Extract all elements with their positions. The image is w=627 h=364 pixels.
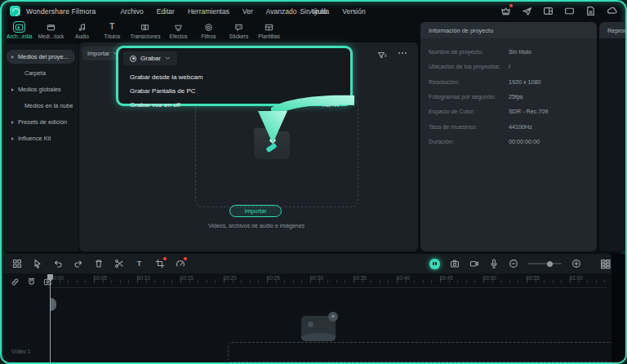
info-value: 25fps xyxy=(509,93,589,100)
snap-magnet-icon[interactable] xyxy=(26,277,37,287)
cloud-sync-icon[interactable] xyxy=(607,6,617,16)
sidebar-item-influence-kit[interactable]: Influence Kit xyxy=(7,131,75,145)
sidebar-item-presets-de-edicion[interactable]: Presets de edición xyxy=(7,115,75,129)
split-scissors-icon[interactable] xyxy=(113,259,124,269)
project-info-rows: Nombre de proyecto: Sin título Ubicación… xyxy=(420,38,597,156)
info-value: 1920 x 1080 xyxy=(509,78,589,86)
tab-efectos[interactable]: Efectos xyxy=(167,21,191,39)
notification-dot xyxy=(509,4,513,7)
menu-avanzado[interactable]: Avanzado xyxy=(266,7,297,16)
snapshot-camera-icon[interactable] xyxy=(449,259,460,269)
delete-trash-icon[interactable] xyxy=(93,259,104,269)
track-header-handle[interactable] xyxy=(51,298,56,311)
tab-filtros[interactable]: Filtros xyxy=(197,21,221,39)
select-cursor-icon[interactable] xyxy=(32,259,42,269)
chevron-down-icon xyxy=(165,55,171,61)
sidebar-item-carpeta[interactable]: Carpeta xyxy=(7,66,75,80)
auto-ripple-link-icon[interactable] xyxy=(10,277,20,287)
track-label: Vídeo 1 xyxy=(11,348,30,354)
ai-assistant-icon[interactable] xyxy=(429,259,440,269)
sticker-face-icon xyxy=(233,21,245,33)
media-panel: Importar Importar Videos, archivos de au… xyxy=(79,42,418,251)
ruler-tick: 00:20 xyxy=(224,275,237,281)
timeline-right-gutter xyxy=(611,254,627,364)
zoom-in-icon[interactable] xyxy=(571,259,581,269)
titlebar: Wondershare Filmora Archivo Editar Herra… xyxy=(2,2,625,20)
display-icon[interactable] xyxy=(564,6,575,16)
menu-archivo[interactable]: Archivo xyxy=(120,7,143,16)
project-info-panel: Información de proyecto Nombre de proyec… xyxy=(420,22,597,251)
menu-item-grabar-voz[interactable]: Grabar voz en off Alt+R xyxy=(118,98,350,111)
menu-ayuda[interactable]: Ayuda xyxy=(309,7,329,16)
ruler-tick: 00:50 xyxy=(483,275,496,281)
ruler-tick: 00:25 xyxy=(267,275,280,281)
playhead-line[interactable] xyxy=(50,275,51,364)
ruler-tick: 00:30 xyxy=(310,275,323,281)
share-plane-icon[interactable] xyxy=(522,6,532,16)
tab-audio[interactable]: Audio xyxy=(69,21,94,39)
tab-plantillas[interactable]: Plantillas xyxy=(257,21,282,39)
ruler-tick: 00:10 xyxy=(137,275,150,281)
redo-icon[interactable] xyxy=(73,259,83,269)
menu-item-grabar-pantalla[interactable]: Grabar Pantalla de PC xyxy=(118,84,350,97)
filter-funnel-icon[interactable] xyxy=(377,49,387,64)
layout-icon[interactable] xyxy=(543,6,554,16)
menubar: Archivo Editar Herramientas Ver Avanzado… xyxy=(120,7,365,16)
menu-item-grabar-webcam[interactable]: Grabar desde la webcam xyxy=(118,70,350,83)
record-screen-icon[interactable] xyxy=(469,259,479,269)
save-file-icon[interactable] xyxy=(585,6,596,16)
tab-archivos-media[interactable]: Arch...edia xyxy=(7,21,33,39)
speed-icon[interactable] xyxy=(175,259,185,269)
stock-clapper-icon xyxy=(45,21,57,33)
effects-icon xyxy=(172,21,185,33)
template-icon xyxy=(263,21,275,33)
crop-icon[interactable] xyxy=(154,259,165,269)
menu-editar[interactable]: Editar xyxy=(157,7,175,16)
sidebar-item-medios-en-la-nube[interactable]: Medios en la nube xyxy=(7,99,75,113)
expand-caret-icon xyxy=(11,137,14,140)
timeline-zoom-slider[interactable] xyxy=(527,263,562,264)
more-options-icon[interactable] xyxy=(398,52,407,54)
info-value: SDR - Rec.709 xyxy=(509,108,589,115)
ruler-tick: 00:55 xyxy=(527,275,540,281)
timeline-tools-right xyxy=(429,259,627,269)
zoom-out-icon[interactable] xyxy=(508,259,518,269)
ruler-tick: 00:15 xyxy=(180,275,193,281)
import-dropzone[interactable]: Importar Videos, archivos de audio e imá… xyxy=(195,100,358,207)
record-dot-icon xyxy=(130,55,136,62)
sidebar-item-medios-globales[interactable]: Medios globales xyxy=(7,82,75,96)
voiceover-mic-icon[interactable] xyxy=(488,259,499,269)
timeline-ruler[interactable]: 00:00 00:05 00:10 00:15 00:20 00:25 00:3… xyxy=(47,273,607,288)
menu-ver[interactable]: Ver xyxy=(242,7,253,16)
filmora-logo-icon xyxy=(10,6,20,16)
import-button[interactable]: Importar xyxy=(229,205,282,217)
menu-version[interactable]: Versión xyxy=(342,7,365,16)
expand-caret-icon xyxy=(11,88,14,91)
tab-stickers[interactable]: Stickers xyxy=(227,21,251,39)
undo-icon[interactable] xyxy=(52,259,63,269)
manage-tracks-icon[interactable] xyxy=(11,259,22,269)
record-dropdown-button[interactable]: Grabar xyxy=(123,51,177,65)
sidebar-item-medios-del-proyecto[interactable]: Medios del proye... xyxy=(7,50,75,64)
menu-herramientas[interactable]: Herramientas xyxy=(188,7,229,16)
media-folder-icon xyxy=(13,21,25,33)
info-value: 00:00:00:00 xyxy=(509,138,589,145)
info-value: Sin título xyxy=(509,48,589,55)
media-sidebar: Medios del proye... Carpeta Medios globa… xyxy=(3,44,78,251)
track-dropzone[interactable] xyxy=(228,342,613,362)
app-name: Wondershare Filmora xyxy=(26,7,96,16)
text-tool-icon[interactable]: T xyxy=(134,259,145,269)
record-callout: Grabar Grabar desde la webcam Grabar Pan… xyxy=(116,46,353,106)
tab-titulos[interactable]: T Títulos xyxy=(100,21,124,39)
tab-media-stock[interactable]: Medi...tock xyxy=(38,21,64,39)
info-label: Resolución: xyxy=(429,78,509,86)
tab-transiciones[interactable]: Transiciones xyxy=(130,21,160,39)
track-view-icon[interactable] xyxy=(600,259,611,269)
timeline-toolbar: T xyxy=(3,254,611,273)
zoom-slider-knob[interactable] xyxy=(547,261,553,267)
add-media-badge-icon[interactable]: + xyxy=(328,312,338,322)
info-label: Espacio de Color: xyxy=(429,108,509,115)
upgrade-crown-icon[interactable] xyxy=(500,6,511,16)
notification-dot xyxy=(184,257,187,260)
info-label: Duración: xyxy=(429,138,509,145)
